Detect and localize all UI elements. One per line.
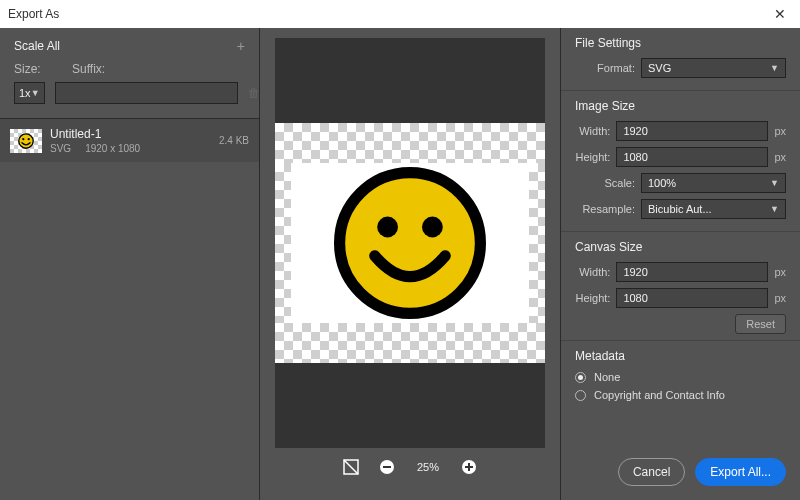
cancel-button[interactable]: Cancel xyxy=(618,458,685,486)
svg-point-2 xyxy=(28,138,30,140)
image-width-unit: px xyxy=(774,125,786,137)
asset-name: Untitled-1 xyxy=(50,127,211,141)
file-settings-heading: File Settings xyxy=(575,36,786,50)
metadata-copyright-option[interactable]: Copyright and Contact Info xyxy=(575,389,786,401)
preview-viewport xyxy=(275,38,545,448)
right-panel: File Settings Format: SVG ▼ Image Size W… xyxy=(560,28,800,500)
svg-rect-8 xyxy=(383,466,391,468)
svg-point-3 xyxy=(340,173,481,314)
size-label: Size: xyxy=(14,62,62,76)
preview-transparency-left xyxy=(275,163,291,323)
asset-list: Untitled-1 SVG 1920 x 1080 2.4 KB xyxy=(0,118,259,162)
zoom-in-icon[interactable] xyxy=(460,458,478,476)
resample-label: Resample: xyxy=(575,203,635,215)
metadata-heading: Metadata xyxy=(575,349,786,363)
resample-value: Bicubic Aut... xyxy=(648,203,712,215)
delete-scale-icon[interactable]: 🗑 xyxy=(248,86,260,100)
canvas-height-label: Height: xyxy=(575,292,610,304)
asset-dimensions: 1920 x 1080 xyxy=(85,143,140,154)
canvas-width-input[interactable] xyxy=(616,262,768,282)
image-height-label: Height: xyxy=(575,151,610,163)
export-all-button[interactable]: Export All... xyxy=(695,458,786,486)
asset-filesize: 2.4 KB xyxy=(219,135,249,146)
preview-transparency-bottom xyxy=(275,323,545,363)
chevron-down-icon: ▼ xyxy=(770,204,779,214)
canvas-width-label: Width: xyxy=(575,266,610,278)
canvas-size-heading: Canvas Size xyxy=(575,240,786,254)
chevron-down-icon: ▼ xyxy=(770,178,779,188)
canvas-height-input[interactable] xyxy=(616,288,768,308)
svg-rect-11 xyxy=(468,463,470,471)
suffix-input[interactable] xyxy=(55,82,238,104)
preview-image xyxy=(291,163,529,323)
svg-point-5 xyxy=(422,217,443,238)
radio-icon xyxy=(575,390,586,401)
image-height-input[interactable] xyxy=(616,147,768,167)
canvas-height-unit: px xyxy=(774,292,786,304)
close-icon[interactable]: ✕ xyxy=(768,6,792,22)
canvas-width-unit: px xyxy=(774,266,786,278)
scale-value: 100% xyxy=(648,177,676,189)
svg-point-4 xyxy=(377,217,398,238)
svg-point-1 xyxy=(22,138,24,140)
scale-label: Scale: xyxy=(575,177,635,189)
preview-transparency-top xyxy=(275,123,545,163)
metadata-none-option[interactable]: None xyxy=(575,371,786,383)
format-label: Format: xyxy=(575,62,635,74)
resample-select[interactable]: Bicubic Aut... ▼ xyxy=(641,199,786,219)
metadata-none-label: None xyxy=(594,371,620,383)
preview-transparency-right xyxy=(529,163,545,323)
scale-all-heading: Scale All xyxy=(14,39,60,53)
metadata-copyright-label: Copyright and Contact Info xyxy=(594,389,725,401)
asset-item[interactable]: Untitled-1 SVG 1920 x 1080 2.4 KB xyxy=(0,119,259,162)
add-scale-icon[interactable]: + xyxy=(237,38,245,54)
asset-format: SVG xyxy=(50,143,71,154)
chevron-down-icon: ▼ xyxy=(770,63,779,73)
size-select[interactable]: 1x ▼ xyxy=(14,82,45,104)
image-height-unit: px xyxy=(774,151,786,163)
suffix-label: Suffix: xyxy=(72,62,228,76)
image-width-input[interactable] xyxy=(616,121,768,141)
scale-select[interactable]: 100% ▼ xyxy=(641,173,786,193)
zoom-level: 25% xyxy=(414,461,442,473)
window-title: Export As xyxy=(8,7,59,21)
format-value: SVG xyxy=(648,62,671,74)
zoom-out-icon[interactable] xyxy=(378,458,396,476)
format-select[interactable]: SVG ▼ xyxy=(641,58,786,78)
two-up-icon[interactable] xyxy=(342,458,360,476)
radio-icon xyxy=(575,372,586,383)
chevron-down-icon: ▼ xyxy=(31,88,40,98)
left-panel: Scale All + Size: Suffix: + 1x ▼ 🗑 xyxy=(0,28,260,500)
size-value: 1x xyxy=(19,87,31,99)
asset-thumbnail xyxy=(10,129,42,153)
preview-panel: 25% xyxy=(260,28,560,500)
image-size-heading: Image Size xyxy=(575,99,786,113)
svg-point-0 xyxy=(19,133,33,147)
reset-button[interactable]: Reset xyxy=(735,314,786,334)
image-width-label: Width: xyxy=(575,125,610,137)
